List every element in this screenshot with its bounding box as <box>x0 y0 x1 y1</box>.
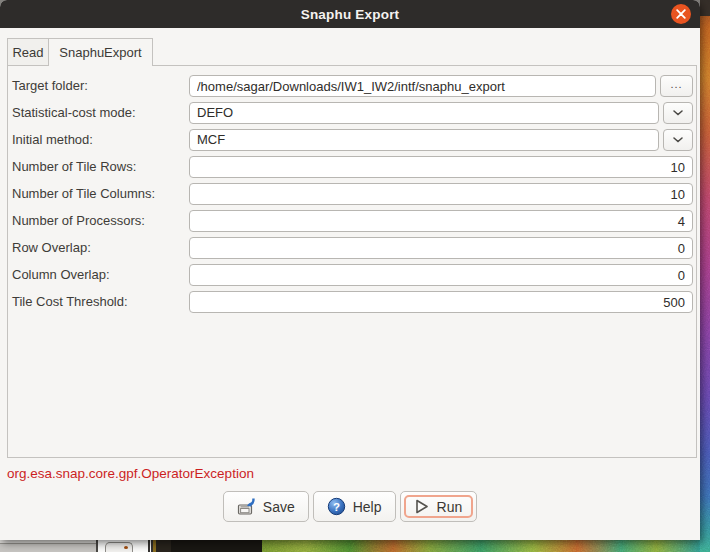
svg-text:?: ? <box>333 501 340 513</box>
tile-cost-threshold-label: Tile Cost Threshold: <box>12 291 186 313</box>
error-message: org.esa.snap.core.gpf.OperatorException <box>7 466 254 481</box>
tile-cost-threshold-input[interactable] <box>189 291 693 313</box>
target-folder-input[interactable] <box>189 75 656 97</box>
statistical-cost-mode-dropdown-button[interactable] <box>663 102 693 124</box>
dialog-button-row: Save ? <box>0 491 700 522</box>
tile-columns-input[interactable] <box>189 183 693 205</box>
initial-method-dropdown-button[interactable] <box>663 129 693 151</box>
background-widget-sliver <box>105 542 133 552</box>
browse-button[interactable]: ... <box>660 75 693 97</box>
snaphu-export-dialog: Snaphu Export Read SnaphuExport Target f… <box>0 0 700 540</box>
run-button[interactable]: Run <box>400 491 478 522</box>
save-button[interactable]: Save <box>223 491 309 522</box>
save-button-label: Save <box>263 499 295 515</box>
statistical-cost-mode-combo[interactable]: DEFO <box>189 102 659 124</box>
form-panel: Target folder: ... Statistical-cost mode… <box>7 65 697 458</box>
form-row: Column Overlap: <box>8 264 696 286</box>
column-overlap-label: Column Overlap: <box>12 264 186 286</box>
tile-columns-label: Number of Tile Columns: <box>12 183 186 205</box>
initial-method-combo[interactable]: MCF <box>189 129 659 151</box>
tile-rows-input[interactable] <box>189 156 693 178</box>
save-disk-icon <box>237 497 256 516</box>
tab-read[interactable]: Read <box>7 38 48 65</box>
row-overlap-label: Row Overlap: <box>12 237 186 259</box>
background-toolbar-sliver <box>0 540 96 552</box>
column-overlap-input[interactable] <box>189 264 693 286</box>
tile-rows-label: Number of Tile Rows: <box>12 156 186 178</box>
run-button-label: Run <box>437 499 463 515</box>
help-button[interactable]: ? Help <box>313 491 396 522</box>
form-row: Number of Processors: <box>8 210 696 232</box>
background-widget-dot <box>124 546 128 549</box>
run-play-icon <box>413 498 430 515</box>
form-row: Tile Cost Threshold: <box>8 291 696 313</box>
background-interferogram-sliver <box>262 540 700 552</box>
initial-method-label: Initial method: <box>12 129 186 151</box>
chevron-down-icon <box>673 137 683 143</box>
chevron-down-icon <box>673 110 683 116</box>
target-folder-label: Target folder: <box>12 75 186 97</box>
tab-snaphu-export[interactable]: SnaphuExport <box>48 38 153 66</box>
background-bottom-strip <box>0 540 710 552</box>
form-row: Statistical-cost mode: DEFO <box>8 102 696 124</box>
tab-bar: Read SnaphuExport <box>7 38 153 66</box>
background-panel-sliver <box>98 540 148 552</box>
window-title: Snaphu Export <box>301 7 400 22</box>
form-row: Number of Tile Columns: <box>8 183 696 205</box>
close-icon <box>676 9 686 19</box>
help-button-label: Help <box>353 499 382 515</box>
row-overlap-input[interactable] <box>189 237 693 259</box>
close-button[interactable] <box>671 4 691 24</box>
statistical-cost-mode-label: Statistical-cost mode: <box>12 102 186 124</box>
form-row: Initial method: MCF <box>8 129 696 151</box>
processors-label: Number of Processors: <box>12 210 186 232</box>
background-dark-image-edge <box>153 540 262 552</box>
background-image-right-strip <box>700 0 710 552</box>
help-question-icon: ? <box>327 497 346 516</box>
titlebar[interactable]: Snaphu Export <box>0 0 700 28</box>
form-row: Number of Tile Rows: <box>8 156 696 178</box>
form-row: Row Overlap: <box>8 237 696 259</box>
form-row: Target folder: ... <box>8 75 696 97</box>
screen: Snaphu Export Read SnaphuExport Target f… <box>0 0 710 552</box>
processors-input[interactable] <box>189 210 693 232</box>
run-focus-ring: Run <box>404 495 474 518</box>
